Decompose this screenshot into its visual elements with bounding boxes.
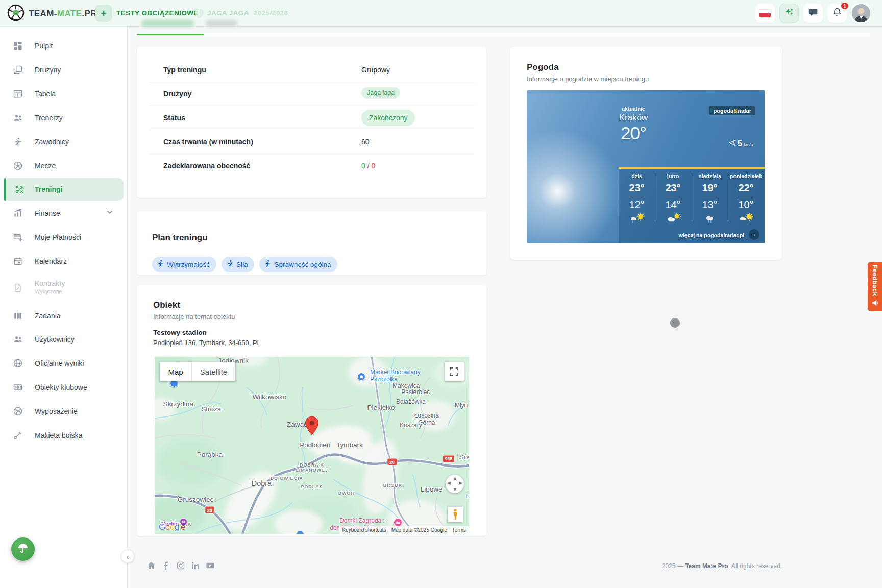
profile-button[interactable]: [851, 4, 871, 23]
poi-market-label[interactable]: Market BudowlanyPszczółka: [370, 369, 421, 383]
sidebar-item-trenerzy[interactable]: Trenerzy: [0, 107, 128, 129]
sidebar-item-label: Oficjalne wyniki: [35, 359, 84, 368]
keyboard-shortcuts-link[interactable]: Keyboard shortcuts: [342, 527, 386, 533]
facilities-icon: [13, 382, 23, 393]
players-icon: [13, 137, 23, 147]
tab-bar-divider: [136, 35, 870, 35]
weather-widget[interactable]: aktualnie Kraków 20° pogoda&radar 5 km/h…: [527, 90, 765, 243]
gray-dot-widget[interactable]: [670, 318, 680, 328]
map-destination-pin[interactable]: [305, 416, 319, 438]
weather-current-label: aktualnie: [622, 106, 645, 112]
cloud-sun-icon: [655, 212, 691, 225]
chevron-down-icon: [106, 209, 113, 218]
map-label: Dobra: [252, 479, 272, 487]
sidebar-item-finanse[interactable]: Finanse: [0, 202, 128, 225]
plan-tag-sila[interactable]: Siła: [222, 257, 255, 272]
ai-assistant-button[interactable]: [779, 4, 799, 23]
pegman-control[interactable]: [448, 507, 463, 522]
sidebar-item-obiekty-klubowe[interactable]: Obiekty klubowe: [0, 376, 128, 399]
sidebar-item-kontrakty[interactable]: Kontrakty Wyłączone: [0, 275, 128, 301]
map-label: Li: [466, 492, 469, 500]
forecast-day-col: jutro23°14°: [655, 169, 691, 225]
google-map[interactable]: Jodłownik Makowica Pasierbiec Wilkowisko…: [155, 357, 469, 534]
sidebar-item-label: Kalendarz: [35, 257, 67, 265]
calendar-icon: [13, 256, 23, 266]
instagram-icon[interactable]: [177, 561, 185, 570]
scrolled-tab-ghost-active: [141, 20, 194, 27]
sidebar-item-kalendarz[interactable]: Kalendarz: [0, 250, 128, 273]
runner-icon: [227, 260, 233, 269]
sidebar-item-label: Wyposażenie: [35, 407, 78, 415]
sidebar-item-oficjalne-wyniki[interactable]: Oficjalne wyniki: [0, 352, 128, 375]
app-logo[interactable]: TEAM-MATE.PRO: [7, 4, 104, 23]
sidebar-item-moje-platnosci[interactable]: Moje Płatności: [0, 226, 128, 249]
fullscreen-button[interactable]: [445, 362, 464, 381]
finance-icon: [13, 208, 23, 218]
feedback-label: Feedback: [871, 265, 878, 296]
payments-icon: [13, 232, 23, 242]
map-label: DWÓR: [338, 491, 355, 496]
season-label: 2025/2026: [254, 9, 288, 17]
map-button[interactable]: Map: [160, 362, 191, 381]
wind-direction-icon: [729, 139, 736, 149]
language-flag-button[interactable]: [755, 4, 775, 23]
sidebar-item-label: Tabela: [35, 90, 56, 98]
facility-address: Podłopień 136, Tymbark, 34-650, PL: [153, 339, 261, 347]
sidebar-item-druzyny[interactable]: Drużyny: [0, 59, 128, 81]
map-data-label: Map data ©2025 Google: [391, 527, 447, 533]
chat-button[interactable]: [803, 4, 823, 23]
detail-value: Grupowy: [361, 66, 390, 74]
youtube-icon[interactable]: [206, 561, 214, 570]
sidebar-item-label: Makieta boiska: [35, 431, 82, 439]
forecast-panel: dziś23°12° jutro23°14° niedziela19°13° p…: [619, 167, 765, 243]
rain-cloud-icon: [692, 212, 728, 225]
equipment-icon: [13, 406, 23, 416]
sidebar-item-treningi[interactable]: Treningi: [4, 178, 124, 201]
sidebar-item-tabela[interactable]: Tabela: [0, 83, 128, 105]
lodging-poi-icon[interactable]: [394, 518, 402, 527]
weather-more-link[interactable]: więcej na pogodairadar.pl: [679, 232, 744, 238]
team-badge[interactable]: Jaga jaga: [361, 87, 400, 99]
plan-tag-wytrzymalosc[interactable]: Wytrzymałość: [152, 257, 216, 272]
app-root: TEAM-MATE.PRO + TESTY OBCIĄŻENIOWE JAGA …: [0, 0, 882, 588]
home-icon[interactable]: [147, 561, 155, 570]
map-label: BRODKI: [383, 483, 404, 488]
sidebar-item-zadania[interactable]: Zadania: [0, 305, 128, 327]
pan-control[interactable]: ▲▼◀▶: [446, 475, 464, 493]
runner-icon: [264, 260, 271, 269]
sidebar-item-pulpit[interactable]: Pulpit: [0, 35, 128, 57]
road-shield: 28: [387, 459, 396, 465]
map-attribution: Keyboard shortcuts Map data ©2025 Google…: [339, 526, 469, 534]
detail-value: 60: [361, 138, 370, 146]
sidebar-item-label: Kontrakty: [35, 279, 65, 287]
support-widget-button[interactable]: [11, 537, 35, 561]
notifications-button[interactable]: 1: [827, 4, 847, 23]
detail-label: Zadeklarowana obecność: [163, 162, 250, 170]
satellite-button[interactable]: Satellite: [191, 362, 235, 381]
linkedin-icon[interactable]: [191, 561, 200, 570]
table-icon: [13, 89, 23, 99]
forecast-day-col: dziś23°12°: [619, 169, 655, 225]
map-label: Lipowe: [421, 485, 443, 493]
sidebar-item-zawodnicy[interactable]: Zawodnicy: [0, 131, 128, 153]
sidebar-item-uzytkownicy[interactable]: Użytkownicy: [0, 328, 128, 351]
sidebar-item-label: Użytkownicy: [35, 335, 75, 344]
map-label: Skrzydlna: [163, 400, 193, 407]
sidebar-item-mecze[interactable]: Mecze: [0, 155, 128, 177]
map-label: Koszary: [400, 422, 422, 429]
plan-tag-sprawnosc[interactable]: Sprawność ogólna: [259, 257, 337, 272]
sidebar-item-makieta-boiska[interactable]: Makieta boiska: [0, 424, 128, 447]
sidebar-item-label: Zadania: [35, 312, 61, 320]
bell-icon: [832, 7, 842, 19]
team-name[interactable]: JAGA JAGA: [207, 9, 249, 17]
facebook-icon[interactable]: [162, 561, 170, 570]
feedback-tab[interactable]: Feedback: [868, 262, 882, 311]
map-label: Piekiełko: [368, 403, 395, 411]
google-logo[interactable]: Google: [159, 522, 185, 532]
add-button[interactable]: +: [95, 5, 112, 22]
sidebar-item-wyposazenie[interactable]: Wyposażenie: [0, 400, 128, 423]
club-name[interactable]: TESTY OBCIĄŻENIOWE: [116, 9, 199, 17]
sidebar-collapse-button[interactable]: ‹: [121, 550, 134, 563]
weather-more-arrow-button[interactable]: ›: [749, 229, 760, 240]
terms-link[interactable]: Terms: [452, 527, 466, 533]
